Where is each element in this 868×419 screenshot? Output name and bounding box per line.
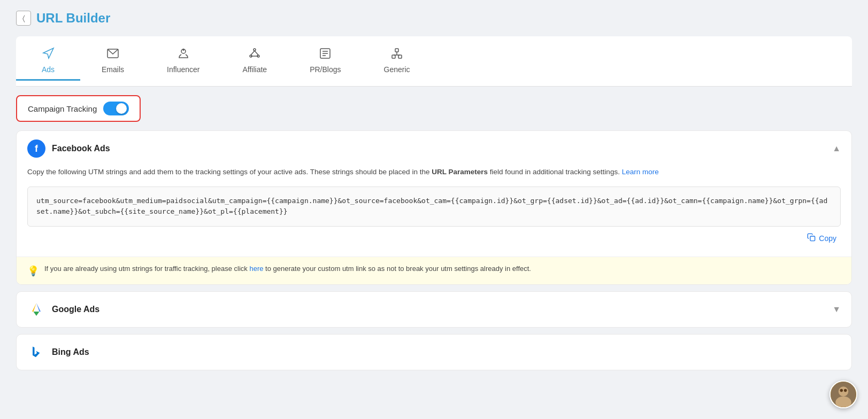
bing-ads-title: Bing Ads: [52, 347, 89, 357]
tab-emails[interactable]: Emails: [80, 42, 145, 81]
google-ads-card: Google Ads ▼: [16, 291, 852, 328]
warning-text-part1: If you are already using utm strings for…: [44, 265, 249, 273]
pr-blogs-icon: [319, 47, 332, 62]
avatar-image: [831, 381, 856, 408]
tab-affiliate[interactable]: Affiliate: [221, 42, 289, 81]
learn-more-link[interactable]: Learn more: [622, 168, 659, 176]
svg-rect-15: [398, 55, 402, 58]
facebook-icon: f: [27, 139, 45, 158]
tab-emails-label: Emails: [102, 65, 124, 74]
description-bold: URL Parameters: [432, 168, 488, 176]
ads-icon: [42, 47, 55, 62]
description-part2: field found in additional tracking setti…: [488, 168, 622, 176]
svg-marker-20: [32, 303, 36, 312]
svg-rect-14: [392, 55, 395, 58]
google-ads-icon: [27, 300, 45, 319]
tab-pr-blogs-label: PR/Blogs: [310, 65, 341, 74]
svg-rect-13: [395, 49, 398, 52]
svg-line-7: [255, 51, 258, 55]
copy-label: Copy: [819, 234, 836, 243]
avatar[interactable]: [829, 381, 857, 408]
campaign-tracking-toggle[interactable]: [103, 102, 129, 115]
warning-text: If you are already using utm strings for…: [44, 265, 531, 273]
tab-generic-label: Generic: [384, 65, 410, 74]
svg-point-27: [844, 389, 847, 392]
warning-text-part2: to generate your custom utm link so as n…: [263, 265, 531, 273]
facebook-ads-title: Facebook Ads: [52, 144, 110, 153]
warning-link[interactable]: here: [249, 265, 263, 273]
google-ads-card-header[interactable]: Google Ads ▼: [17, 292, 851, 327]
campaign-tracking-bar: Campaign Tracking: [16, 95, 141, 122]
warning-note: 💡 If you are already using utm strings f…: [17, 257, 851, 284]
svg-point-26: [840, 389, 843, 392]
warning-icon: 💡: [27, 265, 39, 277]
tabs-bar: Ads Emails Influencer: [16, 36, 852, 87]
page-title: URL Builder: [36, 11, 110, 26]
tab-affiliate-label: Affiliate: [243, 65, 267, 74]
back-button[interactable]: 〈: [16, 11, 31, 26]
tab-influencer[interactable]: Influencer: [145, 42, 221, 81]
copy-icon: [807, 233, 816, 244]
bing-ads-card-header[interactable]: Bing Ads: [17, 335, 851, 370]
svg-marker-21: [36, 303, 41, 312]
svg-line-6: [251, 51, 255, 55]
tab-pr-blogs[interactable]: PR/Blogs: [288, 42, 362, 81]
utm-string-box: utm_source=facebook&utm_medium=paidsocia…: [27, 187, 841, 227]
generic-icon: [390, 47, 403, 62]
google-chevron-down-icon: ▼: [832, 305, 841, 314]
tab-generic[interactable]: Generic: [363, 42, 432, 81]
emails-icon: [106, 47, 119, 62]
tab-ads-label: Ads: [42, 65, 55, 74]
avatar-container: [829, 381, 857, 408]
influencer-icon: [177, 47, 190, 62]
bing-ads-header-left: Bing Ads: [27, 343, 89, 361]
google-ads-title: Google Ads: [52, 305, 99, 314]
facebook-ads-description: Copy the following UTM strings and add t…: [27, 166, 841, 178]
affiliate-icon: [248, 47, 261, 62]
facebook-ads-body: Copy the following UTM strings and add t…: [17, 166, 851, 257]
bing-ads-icon: [27, 343, 45, 361]
facebook-ads-header-left: f Facebook Ads: [27, 139, 110, 158]
campaign-tracking-label: Campaign Tracking: [28, 104, 97, 113]
svg-point-3: [254, 49, 256, 51]
facebook-ads-card-header[interactable]: f Facebook Ads ▲: [17, 131, 851, 166]
description-part1: Copy the following UTM strings and add t…: [27, 168, 432, 176]
facebook-ads-card: f Facebook Ads ▲ Copy the following UTM …: [16, 130, 852, 285]
utm-string-text: utm_source=facebook&utm_medium=paidsocia…: [36, 197, 827, 216]
svg-point-24: [839, 386, 848, 396]
svg-point-25: [835, 397, 851, 408]
content-area: Campaign Tracking f Facebook Ads ▲ Copy …: [16, 87, 852, 385]
tab-influencer-label: Influencer: [167, 65, 199, 74]
page-header: 〈 URL Builder: [16, 11, 852, 26]
tab-ads[interactable]: Ads: [16, 42, 80, 81]
back-icon: 〈: [22, 14, 25, 23]
bing-ads-card: Bing Ads: [16, 334, 852, 370]
svg-marker-22: [33, 312, 39, 316]
svg-rect-18: [810, 236, 815, 241]
copy-button[interactable]: Copy: [803, 231, 841, 246]
google-ads-header-left: Google Ads: [27, 300, 99, 319]
facebook-chevron-up-icon: ▲: [832, 144, 841, 153]
